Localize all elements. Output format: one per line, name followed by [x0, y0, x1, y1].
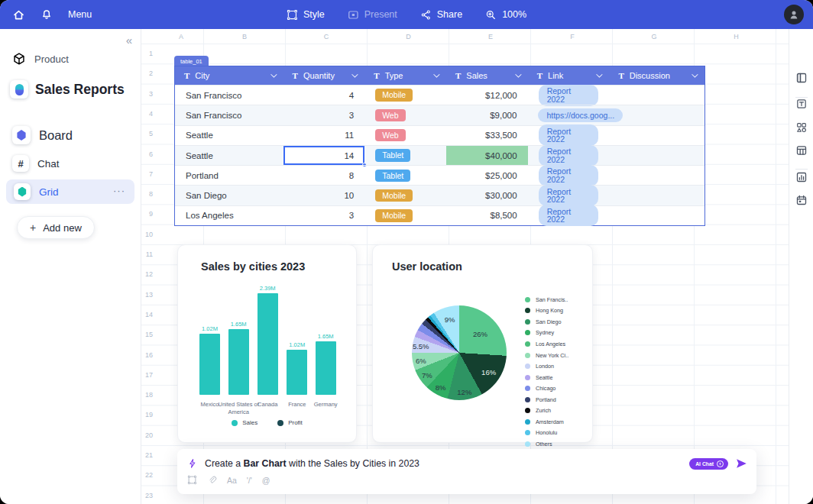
send-icon[interactable]: [735, 457, 747, 470]
legend-item[interactable]: Zurich: [525, 405, 568, 416]
cell-quantity[interactable]: 11: [283, 125, 365, 145]
cell-quantity[interactable]: 10: [283, 185, 365, 205]
row-number[interactable]: 15: [141, 331, 153, 338]
column-header-sales[interactable]: TSales: [446, 66, 528, 85]
row-number[interactable]: 9: [141, 210, 153, 218]
type-badge[interactable]: Tablet: [375, 170, 410, 183]
link-pill[interactable]: Report 2022: [539, 185, 599, 206]
legend-item[interactable]: Hong Kong: [525, 305, 568, 317]
column-letter[interactable]: H: [734, 33, 739, 40]
cell-sales[interactable]: $30,000: [446, 185, 528, 205]
cell-type[interactable]: Mobile: [364, 85, 446, 105]
row-number[interactable]: 17: [141, 371, 153, 379]
chevron-down-icon[interactable]: [597, 71, 603, 77]
link-pill[interactable]: Report 2022: [539, 85, 599, 106]
cell-discussion[interactable]: [609, 205, 704, 225]
column-letter[interactable]: B: [242, 33, 247, 40]
workspace-title-row[interactable]: Sales Reports: [0, 80, 141, 99]
ai-prompt-bar[interactable]: Create a Bar Chart with the Sales by Cit…: [177, 449, 756, 494]
add-new-button[interactable]: + Add new: [17, 216, 95, 239]
shapes-icon[interactable]: [795, 122, 807, 137]
frame-icon[interactable]: [187, 475, 197, 485]
chevron-down-icon[interactable]: [270, 71, 277, 77]
cell-link[interactable]: Report 2022: [528, 145, 610, 165]
column-header-link[interactable]: TLink: [528, 66, 610, 85]
row-number[interactable]: 11: [141, 250, 153, 258]
row-number[interactable]: 13: [141, 291, 153, 299]
chevron-down-icon[interactable]: [351, 71, 358, 77]
row-number[interactable]: 14: [141, 311, 153, 318]
type-badge[interactable]: Mobile: [375, 89, 413, 102]
row-number[interactable]: 2: [141, 69, 153, 77]
cell-quantity[interactable]: 4: [283, 85, 365, 105]
row-number[interactable]: 5: [141, 130, 153, 137]
cell-discussion[interactable]: [609, 165, 704, 185]
legend-item[interactable]: Portland: [525, 394, 568, 405]
sidebar-item-chat[interactable]: # Chat: [0, 155, 141, 172]
style-button[interactable]: Style: [287, 9, 325, 21]
legend-item[interactable]: London: [525, 360, 568, 372]
bar-canada[interactable]: [258, 293, 278, 395]
column-letter[interactable]: G: [651, 33, 656, 40]
legend-item[interactable]: Seattle: [525, 372, 568, 383]
row-number[interactable]: 16: [141, 351, 153, 359]
text-box-icon[interactable]: [795, 99, 807, 113]
calendar-icon[interactable]: [795, 194, 808, 209]
row-number[interactable]: 4: [141, 110, 153, 118]
menu-button[interactable]: Menu: [68, 9, 92, 20]
legend-item[interactable]: Others: [525, 438, 568, 450]
row-number[interactable]: 21: [141, 451, 153, 459]
row-number[interactable]: 8: [141, 190, 153, 198]
bar-france[interactable]: [287, 350, 307, 395]
row-number[interactable]: 6: [141, 150, 153, 158]
cell-quantity[interactable]: 8: [283, 165, 365, 185]
cell-link[interactable]: Report 2022: [528, 85, 610, 105]
cell-discussion[interactable]: [609, 105, 704, 124]
legend-item[interactable]: Los Angeles: [525, 338, 568, 350]
cell-type[interactable]: Web: [364, 105, 446, 124]
mention-icon[interactable]: @: [262, 476, 270, 485]
cell-quantity[interactable]: 3: [283, 105, 364, 124]
ai-chat-badge[interactable]: AI Chat: [689, 458, 728, 470]
column-letter[interactable]: C: [324, 33, 329, 40]
sidebar-item-product[interactable]: Product: [0, 52, 141, 66]
avatar[interactable]: [784, 5, 804, 24]
slash-command-icon[interactable]: '/': [247, 476, 252, 485]
present-button[interactable]: Present: [348, 9, 397, 21]
row-number[interactable]: 1: [141, 50, 153, 57]
row-number[interactable]: 20: [141, 431, 153, 439]
cell-discussion[interactable]: [609, 185, 704, 205]
legend-item[interactable]: San Diego: [525, 316, 568, 328]
bar-united-states-of-america[interactable]: [228, 329, 249, 395]
legend-item[interactable]: Honolulu: [525, 428, 568, 439]
legend-item[interactable]: Sales: [232, 419, 258, 426]
column-header-type[interactable]: TType: [364, 66, 446, 85]
legend-item[interactable]: New York Ci..: [525, 350, 568, 361]
bar-germany[interactable]: [316, 341, 336, 395]
cell-city[interactable]: San Francisco: [175, 105, 283, 124]
cell-type[interactable]: Tablet: [364, 145, 446, 165]
cell-link[interactable]: Report 2022: [528, 185, 610, 205]
cell-type[interactable]: Mobile: [364, 205, 446, 225]
cell-city[interactable]: Los Angeles: [175, 205, 283, 225]
chevron-down-icon[interactable]: [515, 71, 521, 77]
row-number[interactable]: 10: [141, 231, 153, 238]
sidebar-item-grid-active[interactable]: Grid ···: [6, 179, 134, 204]
cell-sales[interactable]: $9,000: [446, 105, 528, 124]
layout-panel-icon[interactable]: [795, 72, 808, 87]
link-pill[interactable]: Report 2022: [539, 124, 599, 146]
cell-sales[interactable]: $12,000: [446, 85, 528, 105]
cell-discussion[interactable]: [609, 85, 704, 105]
pie-chart-card[interactable]: User location 26%16%12%8%7%6%5.5%9% San …: [372, 244, 593, 443]
pie-chart[interactable]: [412, 305, 507, 400]
legend-item[interactable]: San Francis..: [525, 294, 568, 305]
share-button[interactable]: Share: [420, 9, 462, 21]
cell-city[interactable]: San Diego: [175, 185, 283, 205]
row-number[interactable]: 12: [141, 270, 153, 278]
more-options-icon[interactable]: ···: [113, 185, 125, 196]
bar-chart-card[interactable]: Sales by cities 2023 1.02MMexico1.65MUni…: [177, 244, 357, 443]
type-badge[interactable]: Mobile: [375, 189, 413, 202]
row-number[interactable]: 23: [141, 492, 153, 499]
legend-item[interactable]: Profit: [277, 419, 303, 426]
ai-prompt-text[interactable]: Create a Bar Chart with the Sales by Cit…: [205, 458, 682, 469]
